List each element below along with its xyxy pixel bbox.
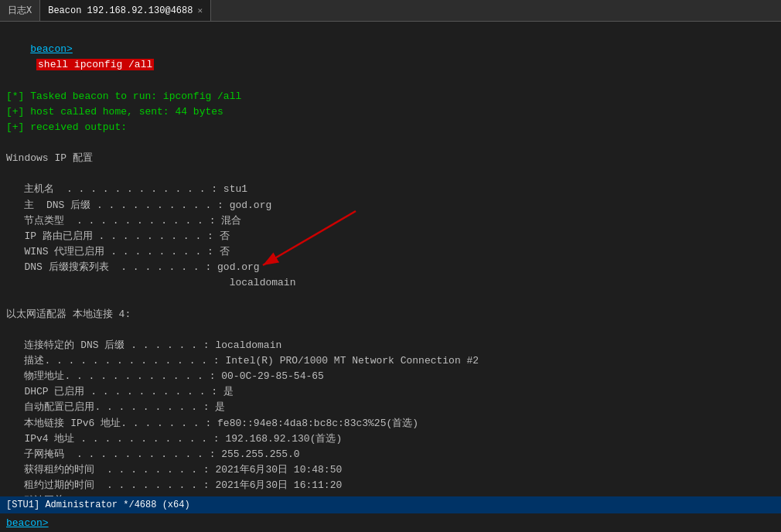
status-text: [STU1] Administrator */4688 (x64) (6, 500, 190, 510)
terminal-line: IP 路由已启用 . . . . . . . . . : 否 (6, 229, 775, 244)
terminal-output: [*] Tasked beacon to run: ipconfig /all[… (6, 89, 775, 496)
command-line: beacon> shell ipconfig /all (6, 26, 775, 89)
terminal-line: 默认网关. . . . . . . . . . . . : 192.168.92… (6, 493, 775, 496)
terminal-line: 节点类型 . . . . . . . . . . . : 混合 (6, 213, 775, 229)
terminal-line: WINS 代理已启用 . . . . . . . . : 否 (6, 244, 775, 260)
terminal-line: 物理地址. . . . . . . . . . . . : 00-0C-29-8… (6, 369, 775, 384)
terminal-line: 自动配置已启用. . . . . . . . . : 是 (6, 400, 775, 415)
terminal-line: DNS 后缀搜索列表 . . . . . . . : god.org (6, 260, 775, 275)
tab-log-label: 日志X (8, 4, 32, 17)
tab-log[interactable]: 日志X (0, 0, 40, 21)
terminal-line: 主 DNS 后缀 . . . . . . . . . . : god.org (6, 198, 775, 213)
terminal-line (6, 322, 775, 338)
terminal-line: 本地链接 IPv6 地址. . . . . . . : fe80::94e8:4… (6, 416, 775, 431)
command-text: shell ipconfig /all (36, 59, 154, 70)
terminal-line (6, 166, 775, 182)
terminal-line: 连接特定的 DNS 后缀 . . . . . . : localdomain (6, 338, 775, 353)
terminal-body: beacon> shell ipconfig /all [*] Tasked b… (0, 22, 781, 496)
terminal-line: 以太网适配器 本地连接 4: (6, 307, 775, 322)
terminal-line: 租约过期的时间 . . . . . . . . : 2021年6月30日 16:… (6, 478, 775, 493)
tab-beacon-label: Beacon 192.168.92.130@4688 (48, 5, 193, 16)
tab-bar: 日志X Beacon 192.168.92.130@4688 ✕ (0, 0, 781, 22)
terminal-line: 主机名 . . . . . . . . . . . . : stu1 (6, 182, 775, 197)
bottom-prompt-label: beacon> (6, 517, 49, 529)
prompt-label: beacon> (30, 43, 73, 55)
terminal-line: localdomain (6, 275, 775, 291)
terminal-line: 描述. . . . . . . . . . . . . . : Intel(R)… (6, 353, 775, 369)
terminal-line: [*] Tasked beacon to run: ipconfig /all (6, 89, 775, 104)
bottom-prompt-bar: beacon> (0, 513, 781, 532)
terminal-line (6, 291, 775, 306)
status-bar: [STU1] Administrator */4688 (x64) (0, 496, 781, 513)
terminal-line: 获得租约的时间 . . . . . . . . : 2021年6月30日 10:… (6, 462, 775, 478)
terminal-line: IPv4 地址 . . . . . . . . . . . : 192.168.… (6, 431, 775, 447)
terminal-line: [+] host called home, sent: 44 bytes (6, 104, 775, 120)
terminal-line: [+] received output: (6, 120, 775, 135)
terminal-line: 子网掩码 . . . . . . . . . . . : 255.255.255… (6, 447, 775, 462)
tab-beacon-close[interactable]: ✕ (197, 5, 203, 15)
terminal-line (6, 135, 775, 151)
terminal-line: DHCP 已启用 . . . . . . . . . . : 是 (6, 384, 775, 400)
tab-beacon[interactable]: Beacon 192.168.92.130@4688 ✕ (40, 0, 211, 21)
terminal-line: Windows IP 配置 (6, 151, 775, 166)
